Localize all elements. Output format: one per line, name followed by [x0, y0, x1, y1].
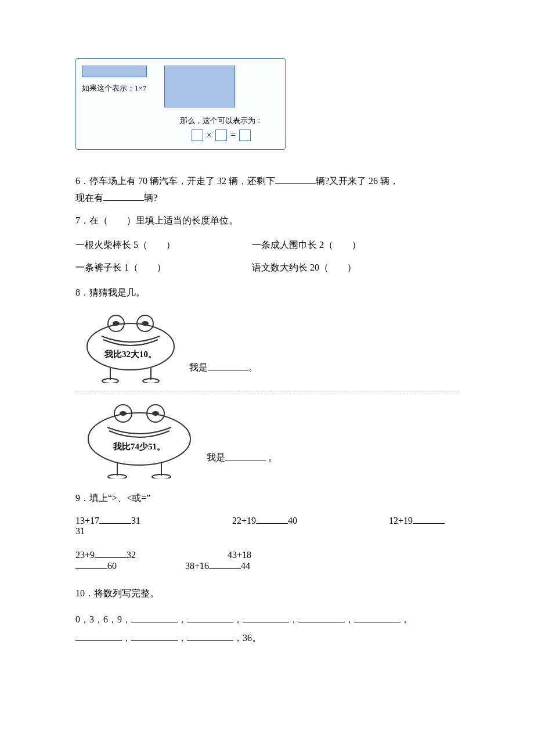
q9-blank-2[interactable] — [256, 515, 288, 524]
q9-e3a: 12+19 — [389, 516, 413, 525]
question-6: 6．停车场上有 70 辆汽车，开走了 32 辆，还剩下辆?又开来了 26 辆， … — [75, 173, 459, 207]
q9-e4b: 32 — [127, 550, 136, 560]
q10-blank-8[interactable] — [187, 632, 233, 641]
q9-blank-5[interactable] — [75, 560, 107, 569]
answer-box-2[interactable] — [215, 129, 227, 141]
q10-blank-3[interactable] — [243, 614, 289, 622]
q10-c4: ， — [345, 614, 354, 624]
frog-row-1: 我比32大10。 我是。 — [75, 313, 459, 383]
q8-blank-1[interactable] — [208, 362, 248, 370]
q6-text-b: 辆?又开来了 26 辆， — [316, 176, 399, 186]
q6-text-d: 辆? — [144, 193, 157, 203]
question-7-prompt: 7．在（ ）里填上适当的长度单位。 — [75, 213, 459, 229]
q10-start: 0，3，6，9， — [75, 614, 131, 624]
q10-c3: ， — [289, 614, 298, 624]
frog-2-answer: 我是 。 — [207, 452, 277, 473]
q8-answer-suffix-1: 。 — [248, 362, 258, 372]
frog-1: 我比32大10。 — [75, 313, 186, 383]
q7-item-c[interactable]: 一条裤子长 1（ ） — [75, 262, 250, 274]
q10-blank-4[interactable] — [298, 614, 345, 622]
q9-e4a: 23+9 — [75, 550, 95, 560]
svg-point-9 — [88, 413, 190, 465]
q10-c5: ， — [400, 614, 410, 624]
q9-blank-6[interactable] — [209, 560, 241, 569]
formula-row: × = — [163, 129, 279, 141]
svg-point-4 — [142, 322, 148, 325]
q6-text-c: 现在有 — [75, 193, 103, 203]
q9-e1a: 13+17 — [75, 516, 99, 525]
q9-blank-3[interactable] — [413, 515, 445, 524]
q7-item-b[interactable]: 一条成人围巾长 2（ ） — [252, 239, 426, 251]
q8-answer-prefix-2: 我是 — [207, 452, 225, 462]
q8-answer-prefix-1: 我是 — [189, 362, 208, 372]
if-label: 如果这个表示：1×7 — [82, 83, 146, 93]
q9-e6b: 44 — [241, 561, 250, 571]
divider — [75, 391, 459, 391]
q10-c6: ， — [122, 633, 131, 643]
question-5-figure: 如果这个表示：1×7 那么，这个可以表示为： × = — [75, 58, 286, 150]
q6-blank-2[interactable] — [103, 192, 144, 201]
frog-row-2: 我比74少51。 我是 。 — [75, 403, 459, 473]
question-9-title: 9．填上“>、<或=” — [75, 490, 459, 507]
svg-point-3 — [113, 322, 119, 325]
q9-e5a: 43+18 — [228, 550, 251, 560]
question-8-title: 8．猜猜我是几。 — [75, 285, 459, 301]
q9-blank-4[interactable] — [95, 549, 127, 558]
q8-blank-2[interactable] — [225, 452, 266, 460]
then-label: 那么，这个可以表示为： — [163, 116, 279, 126]
q9-e3b: 31 — [75, 526, 85, 536]
q9-e6a: 38+16 — [185, 561, 209, 571]
q10-c1: ， — [178, 614, 187, 624]
frog-1-answer: 我是。 — [189, 362, 258, 383]
question-10-sequence: 0，3，6，9，，，，，，，，，36。 — [75, 610, 459, 647]
q10-c7: ， — [178, 633, 187, 643]
q10-c2: ， — [233, 614, 243, 624]
q9-e2a: 22+19 — [232, 516, 256, 525]
q6-blank-1[interactable] — [275, 175, 316, 184]
q8-answer-suffix-2: 。 — [268, 452, 277, 462]
question-10-title: 10．将数列写完整。 — [75, 585, 459, 602]
question-9-grid: 13+1731 22+1940 12+19 31 23+932 43+18 60… — [75, 515, 459, 571]
answer-box-1[interactable] — [192, 129, 203, 141]
q10-blank-5[interactable] — [354, 614, 400, 622]
q9-e2b: 40 — [288, 516, 297, 525]
q9-e1b: 31 — [131, 516, 140, 525]
question-7-row-1: 一根火柴棒长 5（ ） 一条成人围巾长 2（ ） — [75, 239, 459, 251]
times-symbol: × — [207, 130, 212, 141]
frog-2-text: 我比74少51。 — [75, 441, 203, 452]
q10-end: ，36。 — [233, 633, 261, 643]
q9-e5b: 60 — [107, 561, 117, 571]
svg-point-0 — [87, 323, 174, 370]
q7-item-a[interactable]: 一根火柴棒长 5（ ） — [75, 239, 250, 251]
answer-box-3[interactable] — [239, 129, 251, 141]
svg-point-12 — [120, 412, 126, 415]
question-7-row-2: 一条裤子长 1（ ） 语文数大约长 20（ ） — [75, 262, 459, 274]
q10-blank-1[interactable] — [131, 614, 178, 622]
big-rectangle — [164, 66, 235, 107]
q6-text-a: 6．停车场上有 70 辆汽车，开走了 32 辆，还剩下 — [75, 176, 275, 186]
equals-symbol: = — [230, 130, 236, 141]
q9-blank-1[interactable] — [99, 515, 131, 524]
frog-2: 我比74少51。 — [75, 403, 203, 473]
q7-item-d[interactable]: 语文数大约长 20（ ） — [252, 262, 426, 274]
frog-1-text: 我比32大10。 — [75, 349, 186, 360]
q10-blank-2[interactable] — [187, 614, 233, 622]
svg-point-13 — [153, 412, 158, 415]
q10-blank-6[interactable] — [75, 632, 122, 641]
small-rectangle — [82, 66, 147, 77]
q10-blank-7[interactable] — [131, 632, 178, 641]
